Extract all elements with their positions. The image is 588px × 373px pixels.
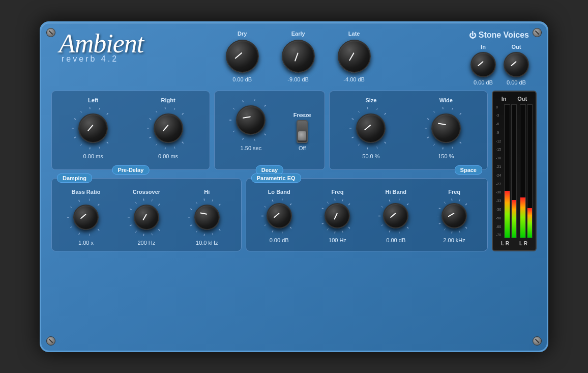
svg-line-108 — [204, 234, 204, 236]
svg-line-155 — [459, 199, 460, 201]
hi-freq-group: Freq 2.00 kHz — [435, 189, 474, 243]
size-knob-group: Size 50.0 % — [348, 97, 394, 159]
lo-freq-group: Freq 100 Hz — [318, 189, 357, 243]
left-panels: Left 0.00 ms — [51, 91, 488, 251]
dry-knob-tick — [234, 52, 242, 59]
svg-line-36 — [81, 144, 82, 145]
wide-knob-wrapper — [423, 105, 469, 151]
svg-line-122 — [264, 206, 266, 207]
hi-tick — [200, 213, 207, 215]
late-knob-group: Late -4.00 dB — [336, 31, 372, 82]
bass-ratio-knob[interactable] — [73, 205, 99, 230]
svg-line-113 — [196, 202, 197, 204]
right-knob[interactable] — [154, 113, 183, 143]
svg-line-50 — [149, 118, 151, 119]
screw-tl — [46, 28, 55, 37]
crossover-wrapper — [126, 197, 167, 238]
svg-line-134 — [335, 198, 335, 200]
early-knob-group: Early -9.00 dB — [280, 31, 316, 82]
hi-band-wrapper — [377, 197, 415, 235]
vu-in-footer: L R — [501, 241, 509, 246]
late-knob-inner — [338, 40, 371, 73]
screw-tr — [533, 28, 542, 37]
hi-freq-inner — [442, 203, 467, 228]
in-knob[interactable] — [471, 52, 496, 77]
late-knob[interactable] — [338, 40, 371, 73]
hi-freq-tick — [448, 213, 455, 217]
bass-ratio-inner — [73, 205, 99, 230]
right-knob-tick — [162, 124, 168, 131]
lo-band-value: 0.00 dB — [270, 237, 289, 243]
late-knob-wrapper — [336, 39, 372, 74]
left-knob-label: Left — [88, 97, 98, 103]
wide-knob-inner — [431, 113, 461, 143]
svg-line-78 — [433, 144, 434, 145]
vu-in-l — [504, 104, 510, 238]
svg-line-57 — [243, 138, 244, 140]
out-knob-group: Out 0.00 dB — [504, 44, 529, 85]
svg-line-83 — [443, 107, 443, 109]
crossover-knob[interactable] — [134, 205, 159, 230]
svg-line-152 — [438, 208, 440, 209]
left-knob[interactable] — [78, 113, 108, 143]
svg-line-45 — [174, 147, 174, 149]
freeze-toggle[interactable] — [297, 120, 308, 143]
size-knob-label: Size — [365, 97, 376, 103]
right-knob-inner — [154, 113, 183, 143]
hi-band-knob[interactable] — [383, 203, 408, 228]
screw-br — [533, 336, 542, 346]
svg-line-103 — [143, 198, 144, 200]
damping-knobs: Bass Ratio 1.00 x — [60, 189, 233, 246]
svg-line-55 — [264, 133, 266, 135]
crossover-tick — [142, 214, 147, 220]
bass-ratio-tick — [80, 214, 86, 219]
vu-footer: L R L R — [496, 241, 533, 246]
out-knob-inner — [504, 52, 529, 77]
svg-line-43 — [107, 113, 108, 114]
hi-band-inner — [383, 203, 408, 228]
size-knob-wrapper — [348, 105, 394, 151]
svg-line-63 — [264, 105, 266, 106]
svg-line-35 — [90, 147, 91, 149]
svg-line-101 — [130, 209, 132, 210]
svg-line-124 — [282, 198, 283, 200]
out-label: Out — [512, 44, 521, 50]
svg-line-40 — [81, 111, 82, 112]
svg-line-98 — [135, 231, 136, 232]
dry-knob[interactable] — [226, 40, 259, 73]
svg-line-150 — [438, 223, 440, 224]
size-knob[interactable] — [356, 113, 386, 143]
crossover-inner — [134, 205, 159, 230]
out-knob[interactable] — [504, 52, 529, 77]
hi-knob[interactable] — [194, 205, 220, 230]
hi-freq-knob[interactable] — [442, 203, 467, 228]
lo-band-wrapper — [260, 197, 298, 235]
svg-line-107 — [212, 233, 213, 235]
left-knob-wrapper — [70, 105, 116, 151]
hi-band-tick — [390, 213, 396, 218]
wide-knob[interactable] — [431, 113, 461, 143]
svg-line-54 — [182, 113, 183, 114]
early-knob[interactable] — [282, 40, 315, 73]
left-knob-group: Left 0.00 ms — [70, 97, 116, 159]
left-knob-tick — [87, 124, 94, 131]
svg-line-70 — [352, 118, 354, 119]
svg-line-44 — [182, 141, 183, 143]
plugin-name: Ambient — [59, 31, 143, 57]
lo-band-knob[interactable] — [267, 203, 292, 228]
svg-line-66 — [368, 147, 368, 149]
early-label: Early — [291, 31, 305, 37]
crossover-label: Crossover — [133, 189, 160, 195]
svg-line-102 — [135, 202, 136, 204]
svg-line-46 — [165, 147, 165, 149]
hi-freq-label: Freq — [448, 189, 460, 195]
early-knob-wrapper — [280, 39, 316, 74]
hi-band-label: Hi Band — [385, 189, 406, 195]
screw-bl — [46, 336, 55, 346]
wide-knob-tick — [438, 123, 446, 125]
svg-line-94 — [98, 204, 99, 205]
svg-line-138 — [399, 231, 399, 233]
svg-line-62 — [255, 99, 255, 101]
decay-knob[interactable] — [236, 105, 266, 135]
svg-line-48 — [149, 137, 151, 138]
